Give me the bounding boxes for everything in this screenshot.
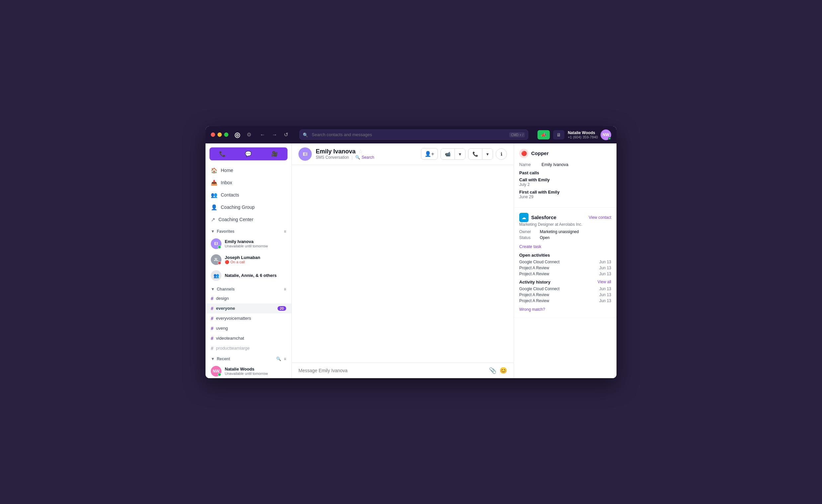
app-window: ◎ ⚙ ← → ↺ 🔍 CMD + / 📣 🖥 Natalie Woods +1… [206,126,616,378]
upload-button[interactable]: 🖥 [553,130,564,139]
close-button[interactable] [211,132,215,137]
nav-back-button[interactable]: ← [258,130,267,139]
channel-everyvoicematters[interactable]: # everyvoicematters [206,314,292,324]
channels-section-left: ▼ Channels [211,287,235,292]
view-contact-link[interactable]: View contact [588,215,611,220]
channel-hash-icon: # [211,306,214,311]
phone-tab-button[interactable]: 📞 [210,147,236,160]
conversation-search-link[interactable]: 🔍 Search [355,155,374,160]
salesforce-status-row: Status Open [519,235,611,240]
video-call-button[interactable]: 📹 [441,149,454,159]
favorites-section-header: ▼ Favorites ≡ [206,226,292,236]
salesforce-section: ☁ Salesforce View contact Marketing Desi… [514,207,616,318]
call-2-name: First call with Emily [519,189,611,194]
history-activity-1-name: Google Cloud Connect [519,287,559,291]
favorites-label: Favorites [217,229,235,234]
fullscreen-button[interactable] [224,132,229,137]
recent-item-natalie[interactable]: NW Natalie Woods Unavailable until tomor… [206,363,292,378]
announce-button[interactable]: 📣 [537,130,550,139]
copper-name-label: Name [519,162,537,167]
group-avatar: 👥 [211,270,222,281]
nav-forward-button[interactable]: → [270,130,279,139]
favorite-item-group[interactable]: 👥 Natalie, Annie, & 6 others [206,268,292,284]
recent-collapse-icon[interactable]: ▼ [211,357,215,361]
sidebar-item-contacts[interactable]: 👥 Contacts [206,189,292,201]
channel-productteamlarge-label: productteamlarge [216,346,250,351]
video-call-dropdown-button[interactable]: ▾ [455,149,465,159]
sidebar-contacts-label: Contacts [221,192,239,197]
message-tab-button[interactable]: 💬 [236,147,261,160]
global-search: 🔍 CMD + / [300,129,528,140]
attachment-button[interactable]: 📎 [489,367,496,374]
message-area [292,165,514,363]
settings-button[interactable]: ⚙ [247,131,251,138]
salesforce-title-area: ☁ Salesforce [519,213,556,222]
salesforce-icon: ☁ [519,213,528,222]
recent-search-icon[interactable]: 🔍 [276,357,281,361]
channel-everyone[interactable]: # everyone 20 [206,304,292,314]
favorite-item-emily[interactable]: EI Emily Ivanova Unavailable until tomor… [206,236,292,252]
info-button[interactable]: ℹ [496,148,507,160]
channels-section-header: ▼ Channels ≡ [206,284,292,294]
channel-design[interactable]: # design [206,294,292,304]
sidebar-item-inbox[interactable]: 📥 Inbox [206,177,292,189]
header-actions: 👤+ 📹 ▾ 📞 ▾ ℹ [421,148,507,160]
video-tab-button[interactable]: 🎥 [262,147,288,160]
salesforce-title: Salesforce [531,214,556,220]
emoji-button[interactable]: 😊 [500,367,507,374]
favorites-collapse-icon[interactable]: ▼ [211,229,215,234]
favorite-item-joseph[interactable]: JL Joseph Lumaban 🔴 On a call [206,252,292,268]
copper-name-field: Name Emily Ivanova [519,162,611,167]
recent-section-header: ▼ Recent 🔍 ≡ [206,353,292,363]
view-all-link[interactable]: View all [597,280,611,284]
star-icon[interactable]: ☆ [358,148,363,155]
channel-uveng[interactable]: # uveng [206,324,292,333]
search-label: Search [362,155,374,160]
copper-title: Copper [531,150,549,156]
channels-options-icon[interactable]: ≡ [284,287,286,292]
copper-header: 🔴 Copper [519,149,611,158]
open-activity-2-name: Project A Review [519,266,549,270]
sidebar-item-home[interactable]: 🏠 Home [206,164,292,177]
nav-refresh-button[interactable]: ↺ [282,130,290,139]
user-phone: +1 (604) 359-7840 [568,135,598,139]
conversation-name: Emily Ivanova [316,148,356,155]
channels-collapse-icon[interactable]: ▼ [211,287,215,292]
phone-call-dropdown-button[interactable]: ▾ [482,149,493,159]
online-status-dot [608,137,611,140]
sidebar-coaching-group-label: Coaching Group [221,204,255,210]
channel-hash-icon: # [211,346,214,351]
user-avatar[interactable]: NW [600,129,611,140]
conversation-header: EI Emily Ivanova ☆ SMS Conversation | 🔍 … [292,143,514,165]
sidebar-item-coaching-center[interactable]: ↗ Coaching Center [206,213,292,226]
emily-name: Emily Ivanova [225,239,268,244]
emily-avatar: EI [211,238,222,249]
open-activity-3-date: Jun 13 [599,272,611,276]
conversation-avatar: EI [299,147,312,161]
app-logo: ◎ [235,131,240,139]
sidebar-item-coaching-group[interactable]: 👤 Coaching Group [206,201,292,213]
recent-options-icon[interactable]: ≡ [284,357,286,361]
open-activity-3-name: Project A Review [519,272,549,276]
favorites-options-icon[interactable]: ≡ [284,229,286,234]
wrong-match-link[interactable]: Wrong match? [519,307,545,312]
create-task-link[interactable]: Create task [519,244,541,249]
conversation-type-label: SMS Conversation [316,155,349,160]
channel-videoteamchat[interactable]: # videoteamchat [206,333,292,343]
traffic-lights [211,132,229,137]
recent-section-left: ▼ Recent [211,357,230,361]
salesforce-owner-row: Owner Marketing unassigned [519,229,611,234]
salesforce-description: Marketing Designer at Aerolabs Inc. [519,222,611,227]
history-activity-1: Google Cloud Connect Jun 13 [519,287,611,291]
user-info: Natalie Woods +1 (604) 359-7840 NW [568,129,611,140]
message-input[interactable] [299,368,486,373]
search-input[interactable] [300,129,528,140]
search-icon: 🔍 [355,155,360,160]
phone-call-button[interactable]: 📞 [468,149,482,159]
titlebar-right: 📣 🖥 Natalie Woods +1 (604) 359-7840 NW [537,129,611,140]
add-contact-button[interactable]: 👤+ [421,148,438,160]
open-activities-title: Open activities [519,253,611,258]
minimize-button[interactable] [218,132,222,137]
titlebar: ◎ ⚙ ← → ↺ 🔍 CMD + / 📣 🖥 Natalie Woods +1… [206,126,616,143]
channel-productteamlarge[interactable]: # productteamlarge [206,343,292,353]
